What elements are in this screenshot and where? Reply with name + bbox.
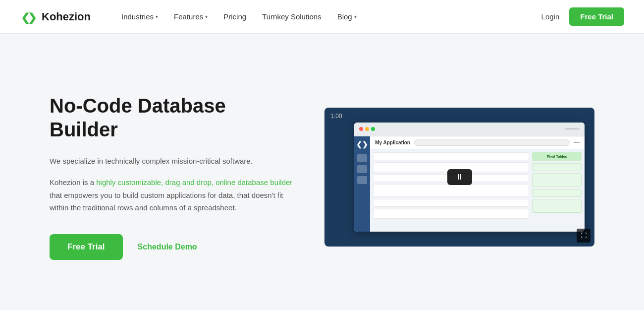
- login-link[interactable]: Login: [541, 12, 560, 21]
- navbar: ❮❯ ❮ ❯ Kohezion Industries ▾ Features ▾ …: [0, 0, 644, 34]
- hero-actions: Free Trial Schedule Demo: [50, 234, 295, 260]
- video-container[interactable]: 1:00 ❮❯: [324, 108, 594, 247]
- app-data-panel: [373, 152, 529, 229]
- chevron-down-icon: ▾: [156, 14, 158, 19]
- nav-industries[interactable]: Industries ▾: [114, 8, 165, 25]
- logo-text: Kohezion: [42, 10, 91, 23]
- hero-content-left: No-Code Database Builder We specialize i…: [50, 94, 295, 260]
- nav-right: Login Free Trial: [541, 7, 624, 26]
- titlebar-line: [565, 128, 580, 129]
- sidebar-nav-item-3: [357, 176, 367, 184]
- maximize-window-dot: [371, 127, 375, 131]
- nav-turnkey-solutions[interactable]: Turnkey Solutions: [255, 8, 328, 25]
- sidebar-nav-item-1: [357, 154, 367, 162]
- data-row-1: [373, 152, 529, 160]
- app-titlebar: [354, 123, 585, 136]
- hero-description-2: Kohezion is a highly customizable, drag …: [50, 176, 295, 214]
- logo[interactable]: ❮❯ ❮ ❯ Kohezion: [20, 8, 91, 25]
- hero-description-1: We specialize in technically complex mis…: [50, 155, 295, 167]
- app-topbar-collapse-icon: —: [574, 139, 580, 146]
- nav-links: Industries ▾ Features ▾ Pricing Turnkey …: [114, 8, 541, 25]
- app-topbar: My Application —: [370, 136, 585, 149]
- kohezion-logo-svg: ❮ ❯: [20, 8, 37, 25]
- data-row-6: [373, 209, 529, 219]
- pivot-row-1: [532, 163, 582, 171]
- video-timer: 1:00: [330, 113, 342, 120]
- hero-video-preview: 1:00 ❮❯: [324, 108, 594, 247]
- video-pause-button[interactable]: ⏸: [447, 169, 472, 185]
- schedule-demo-link[interactable]: Schedule Demo: [138, 243, 197, 251]
- chevron-down-icon: ▾: [205, 14, 208, 19]
- sidebar-logo-icon: ❮❯: [356, 140, 368, 148]
- minimize-window-dot: [365, 127, 369, 131]
- data-row-5: [373, 199, 529, 207]
- fullscreen-icon: ⛶: [581, 232, 587, 239]
- pivot-row-3: [532, 189, 582, 197]
- video-fullscreen-icon[interactable]: ⛶: [577, 229, 590, 243]
- app-main-content: My Application —: [370, 136, 585, 232]
- pause-icon: ⏸: [456, 173, 464, 182]
- nav-blog[interactable]: Blog ▾: [330, 8, 364, 25]
- app-content-area: Pivot Tables: [370, 149, 585, 232]
- pivot-row-4: [532, 199, 582, 213]
- chevron-down-icon: ▾: [354, 14, 357, 19]
- app-topbar-title: My Application: [375, 140, 410, 145]
- pivot-table-header: Pivot Tables: [532, 152, 582, 161]
- pivot-row-2: [532, 173, 582, 187]
- app-pivot-panel: Pivot Tables: [532, 152, 582, 229]
- nav-pricing[interactable]: Pricing: [216, 8, 253, 25]
- window-controls: [359, 127, 375, 131]
- highlight-text: highly customizable, drag and drop, onli…: [96, 178, 292, 186]
- pivot-table-label: Pivot Tables: [547, 155, 567, 158]
- free-trial-button-hero[interactable]: Free Trial: [50, 234, 123, 260]
- hero-section: No-Code Database Builder We specialize i…: [0, 34, 644, 310]
- app-search-bar: [414, 139, 570, 146]
- hero-title: No-Code Database Builder: [50, 94, 295, 141]
- free-trial-button-nav[interactable]: Free Trial: [569, 7, 624, 26]
- data-row-4: [373, 184, 529, 197]
- nav-features[interactable]: Features ▾: [167, 8, 215, 25]
- svg-text:❯: ❯: [28, 11, 37, 24]
- close-window-dot: [359, 127, 363, 131]
- sidebar-nav-item-2: [357, 165, 367, 173]
- app-sidebar: ❮❯: [354, 136, 370, 232]
